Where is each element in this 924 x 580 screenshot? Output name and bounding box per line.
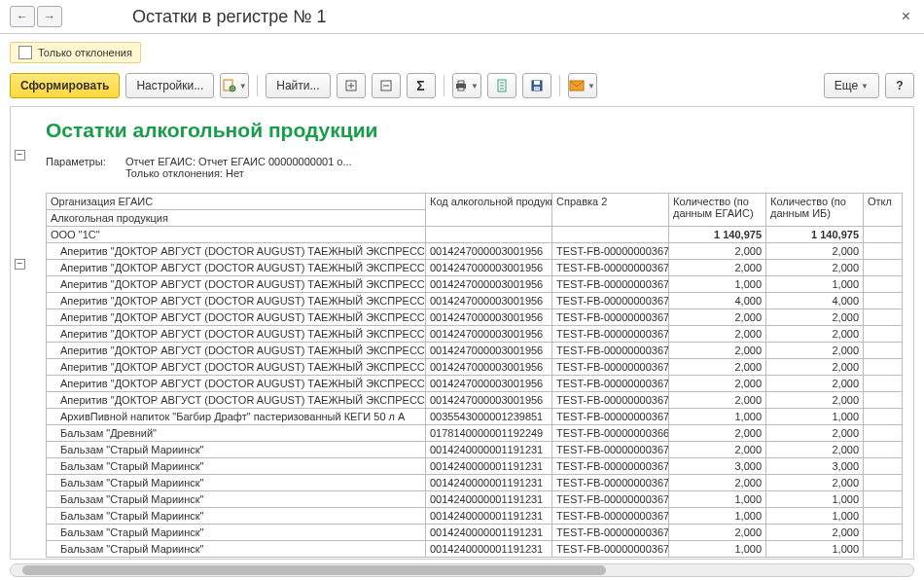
cell-ref: TEST-FB-000000003671 (552, 260, 669, 276)
cell-qty-ib: 2,000 (766, 376, 864, 392)
report-content: Остатки алкогольной продукции Параметры:… (32, 107, 913, 560)
cell-dev (864, 541, 903, 558)
horizontal-scrollbar[interactable] (10, 563, 914, 577)
cell-qty-ib: 1,000 (766, 491, 864, 508)
table-row[interactable]: Аперитив "ДОКТОР АВГУСТ (DOCTOR AUGUST) … (47, 392, 903, 409)
cell-dev (864, 508, 903, 525)
table-row[interactable]: Бальзам "Старый Мариинск"001424000000119… (47, 442, 903, 458)
table-row[interactable]: Аперитив "ДОКТОР АВГУСТ (DOCTOR AUGUST) … (47, 376, 903, 392)
cell-product: Аперитив "ДОКТОР АВГУСТ (DOCTOR AUGUST) … (47, 276, 426, 293)
mail-button[interactable]: ▼ (568, 73, 597, 98)
expand-button[interactable] (337, 73, 366, 98)
sigma-icon: Σ (416, 78, 424, 93)
document-icon (495, 79, 509, 92)
form-button[interactable]: Сформировать (10, 73, 120, 98)
floppy-icon (530, 79, 544, 92)
group-row[interactable]: ООО "1С" 1 140,975 1 140,975 (47, 227, 903, 243)
table-row[interactable]: Аперитив "ДОКТОР АВГУСТ (DOCTOR AUGUST) … (47, 326, 903, 343)
cell-dev (864, 260, 903, 276)
cell-qty-ib: 2,000 (766, 442, 864, 458)
nav-forward-button[interactable]: → (37, 6, 62, 27)
sum-button[interactable]: Σ (407, 73, 436, 98)
deviations-only-checkbox[interactable]: Только отклонения (10, 42, 141, 63)
cell-product: Бальзам "Старый Мариинск" (47, 525, 426, 541)
cell-qty-egais: 2,000 (669, 343, 766, 359)
table-row[interactable]: Аперитив "ДОКТОР АВГУСТ (DOCTOR AUGUST) … (47, 260, 903, 276)
table-row[interactable]: Бальзам "Древний"0178140000001192249TEST… (47, 425, 903, 442)
collapse-node-icon[interactable]: − (15, 259, 25, 270)
settings-button[interactable]: Настройки... (125, 73, 214, 98)
cell-code: 0014240000001191231 (426, 458, 552, 475)
print-button[interactable]: ▼ (452, 73, 481, 98)
settings-variant-button[interactable]: ▼ (220, 73, 249, 98)
cell-product: Бальзам "Древний" (47, 425, 426, 442)
cell-product: Бальзам "Старый Мариинск" (47, 491, 426, 508)
table-row[interactable]: Аперитив "ДОКТОР АВГУСТ (DOCTOR AUGUST) … (47, 243, 903, 260)
cell-product: Аперитив "ДОКТОР АВГУСТ (DOCTOR AUGUST) … (47, 326, 426, 343)
cell-code: 0014240000001191231 (426, 491, 552, 508)
cell-qty-egais: 4,000 (669, 293, 766, 309)
close-icon[interactable]: × (898, 8, 914, 25)
cell-ref: TEST-FB-000000003676 (552, 409, 669, 425)
table-row[interactable]: Бальзам "Старый Мариинск"001424000000119… (47, 475, 903, 491)
collapse-icon (379, 79, 393, 92)
save-button[interactable] (522, 73, 551, 98)
table-row[interactable]: Аперитив "ДОКТОР АВГУСТ (DOCTOR AUGUST) … (47, 276, 903, 293)
find-button[interactable]: Найти... (266, 73, 330, 98)
cell-product: Бальзам "Старый Мариинск" (47, 442, 426, 458)
cell-qty-ib: 2,000 (766, 475, 864, 491)
window-header: ← → Остатки в регистре № 1 × (0, 0, 924, 34)
cell-ref: TEST-FB-000000003671 (552, 508, 669, 525)
cell-ref: TEST-FB-000000003671 (552, 491, 669, 508)
question-icon: ? (896, 79, 903, 92)
table-row[interactable]: Бальзам "Старый Мариинск"001424000000119… (47, 458, 903, 475)
cell-code: 0014247000003001956 (426, 276, 552, 293)
cell-product: Аперитив "ДОКТОР АВГУСТ (DOCTOR AUGUST) … (47, 343, 426, 359)
separator (257, 75, 258, 96)
scrollbar-thumb[interactable] (22, 565, 606, 575)
table-row[interactable]: АрхивПивной напиток "Багбир Драфт" пасте… (47, 409, 903, 425)
more-button[interactable]: Еще▼ (824, 73, 879, 98)
cell-product: Бальзам "Старый Мариинск" (47, 508, 426, 525)
table-row[interactable]: Бальзам "Старый Мариинск"001424000000119… (47, 525, 903, 541)
separator (444, 75, 444, 96)
table-row[interactable]: Аперитив "ДОКТОР АВГУСТ (DOCTOR AUGUST) … (47, 343, 903, 359)
svg-point-1 (230, 86, 235, 91)
report-parameters: Параметры: Отчет ЕГАИС: Отчет ЕГАИС 0000… (46, 156, 909, 179)
cell-qty-egais: 2,000 (669, 525, 766, 541)
cell-qty-ib: 1,000 (766, 541, 864, 558)
table-row[interactable]: Аперитив "ДОКТОР АВГУСТ (DOCTOR AUGUST) … (47, 293, 903, 309)
table-row[interactable]: Бальзам "Старый Мариинск"001424000000119… (47, 491, 903, 508)
cell-ref: TEST-FB-000000003671 (552, 243, 669, 260)
svg-rect-16 (534, 87, 540, 91)
report-area[interactable]: − − Остатки алкогольной продукции Параме… (10, 106, 914, 560)
table-row[interactable]: Аперитив "ДОКТОР АВГУСТ (DOCTOR AUGUST) … (47, 359, 903, 376)
printer-icon (454, 79, 468, 92)
cell-dev (864, 458, 903, 475)
cell-qty-egais: 2,000 (669, 243, 766, 260)
cell-qty-ib: 1,000 (766, 409, 864, 425)
cell-qty-ib: 2,000 (766, 243, 864, 260)
table-row[interactable]: Бальзам "Старый Мариинск"001424000000119… (47, 541, 903, 558)
table-row[interactable]: Бальзам "Старый Мариинск"001424000000119… (47, 508, 903, 525)
cell-product: Аперитив "ДОКТОР АВГУСТ (DOCTOR AUGUST) … (47, 376, 426, 392)
cell-qty-egais: 2,000 (669, 326, 766, 343)
th-prod: Алкогольная продукция (47, 210, 426, 227)
group-qty-egais: 1 140,975 (669, 227, 766, 243)
cell-dev (864, 392, 903, 409)
cell-code: 0014247000003001956 (426, 376, 552, 392)
cell-dev (864, 525, 903, 541)
cell-qty-ib: 2,000 (766, 343, 864, 359)
cell-product: Аперитив "ДОКТОР АВГУСТ (DOCTOR AUGUST) … (47, 309, 426, 326)
cell-dev (864, 243, 903, 260)
nav-back-button[interactable]: ← (10, 6, 35, 27)
collapse-node-icon[interactable]: − (15, 150, 25, 161)
cell-dev (864, 359, 903, 376)
table-row[interactable]: Аперитив "ДОКТОР АВГУСТ (DOCTOR AUGUST) … (47, 309, 903, 326)
cell-qty-egais: 2,000 (669, 260, 766, 276)
help-button[interactable]: ? (885, 73, 914, 98)
cell-dev (864, 343, 903, 359)
collapse-button[interactable] (372, 73, 401, 98)
cell-code: 0014247000003001956 (426, 260, 552, 276)
document-button[interactable] (487, 73, 516, 98)
